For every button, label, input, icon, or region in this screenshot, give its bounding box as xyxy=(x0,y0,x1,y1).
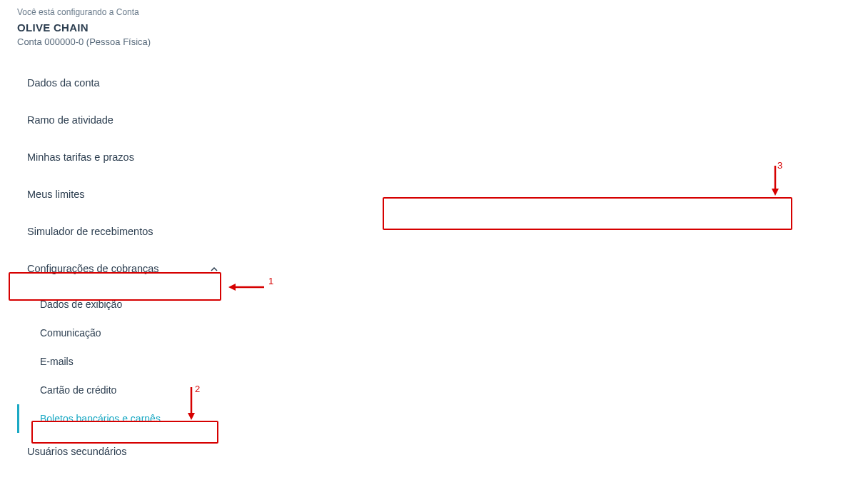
sidebar-item-label: Usuários secundários xyxy=(27,446,126,457)
sidebar: Você está configurando a Conta OLIVE CHA… xyxy=(0,0,228,470)
sidebar-item-label: Configurações de cobranças xyxy=(27,263,159,274)
sidebar-item-dados-conta[interactable]: Dados da conta xyxy=(17,64,228,101)
annotation-arrow-1 xyxy=(228,281,266,296)
sub-item-label: E-mails xyxy=(40,356,74,367)
sidebar-header: Você está configurando a Conta OLIVE CHA… xyxy=(17,7,228,47)
sidebar-item-usuarios-secundarios[interactable]: Usuários secundários xyxy=(17,433,228,470)
svg-marker-5 xyxy=(772,189,779,196)
sub-item-label: Cartão de crédito xyxy=(40,384,116,396)
sidebar-item-label: Minhas tarifas e prazos xyxy=(27,151,134,163)
sub-item-label: Comunicação xyxy=(40,327,101,339)
sidebar-item-config-cobrancas[interactable]: Configurações de cobranças xyxy=(17,250,228,287)
config-account-label: Você está configurando a Conta xyxy=(17,7,228,17)
sidebar-item-ramo-atividade[interactable]: Ramo de atividade xyxy=(17,101,228,139)
annotation-number-1: 1 xyxy=(268,276,273,286)
sidebar-item-label: Ramo de atividade xyxy=(27,114,113,126)
sub-item-label: Dados de exibição xyxy=(40,299,122,310)
sub-item-boletos-carnes[interactable]: Boletos bancários e carnês xyxy=(17,404,228,433)
sub-item-cartao-credito[interactable]: Cartão de crédito xyxy=(17,376,228,404)
sidebar-item-label: Dados da conta xyxy=(27,77,100,89)
chevron-up-icon xyxy=(210,264,218,273)
annotation-box-3 xyxy=(383,197,792,230)
sidebar-item-simulador[interactable]: Simulador de recebimentos xyxy=(17,213,228,250)
sub-item-dados-exibicao[interactable]: Dados de exibição xyxy=(17,290,228,319)
sub-item-comunicacao[interactable]: Comunicação xyxy=(17,319,228,347)
account-name: OLIVE CHAIN xyxy=(17,21,228,34)
sub-nav-list: Dados de exibição Comunicação E-mails Ca… xyxy=(17,290,228,433)
account-info: Conta 000000-0 (Pessoa Física) xyxy=(17,36,228,47)
sidebar-item-tarifas-prazos[interactable]: Minhas tarifas e prazos xyxy=(17,139,228,176)
annotation-number-3: 3 xyxy=(777,160,782,171)
annotation-arrow-3 xyxy=(769,164,781,199)
sidebar-item-label: Meus limites xyxy=(27,189,85,200)
nav-list: Dados da conta Ramo de atividade Minhas … xyxy=(17,64,228,470)
sub-item-label: Boletos bancários e carnês xyxy=(40,413,161,424)
sidebar-item-meus-limites[interactable]: Meus limites xyxy=(17,176,228,213)
sidebar-item-label: Simulador de recebimentos xyxy=(27,226,153,237)
sub-item-emails[interactable]: E-mails xyxy=(17,347,228,376)
svg-marker-1 xyxy=(228,284,236,291)
